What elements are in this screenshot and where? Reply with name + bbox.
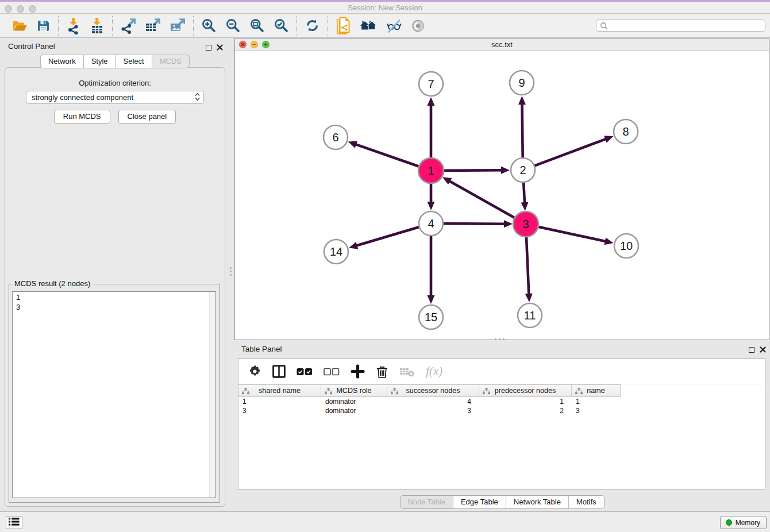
table-toolbar: f(x) <box>238 359 765 384</box>
graph-node-3[interactable]: 3 <box>513 211 538 237</box>
table-cell[interactable]: 1 <box>572 397 621 406</box>
graph-edge-4-3[interactable] <box>444 223 505 224</box>
graph-edge-3-11[interactable] <box>526 237 529 295</box>
main-toolbar <box>0 14 770 38</box>
mcds-result-textarea[interactable]: 1 3 <box>12 291 216 498</box>
table-cell[interactable]: 3 <box>387 406 479 415</box>
graph-node-14[interactable]: 14 <box>324 240 348 264</box>
memory-button[interactable]: Memory <box>720 516 767 529</box>
delete-table-button <box>399 366 415 377</box>
graph-edge-1-6[interactable] <box>355 144 419 167</box>
tab-node-table[interactable]: Node Table <box>400 496 453 508</box>
graph-node-10[interactable]: 10 <box>614 234 638 258</box>
close-panel-icon[interactable] <box>217 43 223 53</box>
import-network-button[interactable] <box>66 17 81 34</box>
columns-button[interactable] <box>272 365 286 378</box>
table-cell[interactable]: 4 <box>387 397 479 406</box>
graph-node-7[interactable]: 7 <box>419 72 443 96</box>
zoom-fit-button[interactable] <box>249 18 265 33</box>
column-header-successor-nodes[interactable]: successor nodes <box>387 385 479 396</box>
graph-edge-arrow-2-3 <box>521 202 528 211</box>
graph-edge-2-9[interactable] <box>522 103 522 157</box>
graph-edge-1-2[interactable] <box>444 170 502 171</box>
export-image-button[interactable] <box>170 18 186 34</box>
delete-row-button[interactable] <box>376 364 388 379</box>
result-scrollbar[interactable] <box>209 292 215 498</box>
horizontal-splitter[interactable] <box>493 338 506 341</box>
tab-edge-table[interactable]: Edge Table <box>453 496 506 508</box>
close-panel-icon[interactable] <box>760 345 766 355</box>
graph-edge-2-8[interactable] <box>535 139 607 166</box>
zoom-in-button[interactable] <box>201 18 217 33</box>
graph-node-11[interactable]: 11 <box>518 303 542 327</box>
table-cell[interactable]: dominator <box>321 397 387 406</box>
graph-edge-arrow-1-7 <box>428 97 435 106</box>
graph-edge-2-3[interactable] <box>523 183 525 203</box>
graph-node-label: 9 <box>518 76 525 89</box>
criterion-dropdown[interactable]: strongly connected component <box>26 91 204 104</box>
run-mcds-button[interactable]: Run MCDS <box>54 110 110 124</box>
table-panel-title: Table Panel <box>241 345 282 353</box>
column-header-MCDS-role[interactable]: MCDS role <box>321 385 387 396</box>
table-cell[interactable]: 3 <box>572 406 621 415</box>
import-table-button[interactable] <box>90 17 105 34</box>
gear-button[interactable] <box>248 365 261 378</box>
table-cell[interactable]: 1 <box>479 397 572 406</box>
deselect-all-button[interactable] <box>324 367 340 376</box>
graph-node-4[interactable]: 4 <box>419 211 443 236</box>
select-all-button[interactable] <box>297 367 313 376</box>
control-panel: Control Panel NetworkStyleSelectMCDS Opt… <box>3 40 226 507</box>
graph-edge-arrow-4-14 <box>349 242 358 249</box>
network-file-button[interactable] <box>336 17 351 34</box>
refresh-button[interactable] <box>305 18 320 33</box>
graph-node-2[interactable]: 2 <box>511 158 535 182</box>
tab-mcds[interactable]: MCDS <box>152 55 190 68</box>
column-header-name[interactable]: name <box>572 385 621 396</box>
toolbar-group <box>113 18 193 34</box>
graph-node-9[interactable]: 9 <box>510 71 534 95</box>
open-button[interactable] <box>12 19 28 33</box>
tab-select[interactable]: Select <box>116 55 152 68</box>
table-cell[interactable]: dominator <box>321 406 387 415</box>
column-header-predecessor-nodes[interactable]: predecessor nodes <box>479 385 572 396</box>
graph-edge-4-14[interactable] <box>356 227 419 245</box>
network-canvas[interactable]: 7968124314101511 <box>235 51 769 340</box>
table-cell[interactable]: 2 <box>479 406 572 415</box>
graph-node-1[interactable]: 1 <box>418 158 444 183</box>
tab-network-table[interactable]: Network Table <box>506 496 568 508</box>
hide-panels-button[interactable] <box>386 18 402 33</box>
graph-node-6[interactable]: 6 <box>324 125 348 149</box>
graph-edge-3-10[interactable] <box>538 227 606 242</box>
tab-style[interactable]: Style <box>83 55 116 68</box>
vertical-splitter[interactable] <box>229 265 232 277</box>
zoom-selected-button[interactable] <box>274 18 289 33</box>
table-cell[interactable]: 3 <box>238 406 321 415</box>
export-network-button[interactable] <box>120 18 136 34</box>
graph-node-8[interactable]: 8 <box>614 119 638 144</box>
search-input[interactable] <box>610 21 765 30</box>
float-panel-icon[interactable] <box>749 347 754 353</box>
graph-edge-3-1[interactable] <box>449 181 514 218</box>
export-table-button[interactable] <box>145 18 161 34</box>
graph-node-15[interactable]: 15 <box>419 305 443 329</box>
column-header-shared-name[interactable]: shared name <box>238 385 321 396</box>
home-button[interactable] <box>360 19 377 33</box>
add-row-button[interactable] <box>351 364 365 379</box>
table-row[interactable]: 3dominator323 <box>238 406 765 415</box>
table-row[interactable]: 1dominator411 <box>238 397 765 406</box>
graph-node-label: 2 <box>519 164 526 176</box>
tab-motifs[interactable]: Motifs <box>568 496 604 508</box>
table-panel-header: Table Panel <box>234 342 769 357</box>
mcds-result-title: MCDS result (2 nodes) <box>12 279 93 288</box>
graph-node-label: 1 <box>428 164 434 177</box>
search-field[interactable] <box>596 20 765 32</box>
tab-network[interactable]: Network <box>40 55 83 68</box>
save-button[interactable] <box>36 19 51 33</box>
close-panel-button[interactable]: Close panel <box>118 110 176 124</box>
refresh-icon <box>305 18 320 33</box>
float-panel-icon[interactable] <box>206 45 211 51</box>
table-cell[interactable]: 1 <box>238 397 321 406</box>
zoom-out-button[interactable] <box>225 18 241 33</box>
graph-edge-arrow-4-3 <box>504 220 513 228</box>
task-history-button[interactable] <box>6 516 22 529</box>
